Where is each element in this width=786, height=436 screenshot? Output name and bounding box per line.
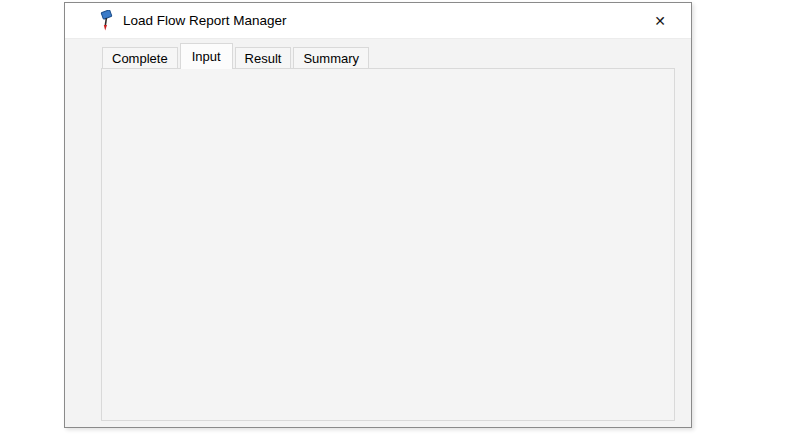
close-icon: ✕ [654, 13, 666, 29]
tab-summary[interactable]: Summary [293, 47, 369, 69]
close-button[interactable]: ✕ [647, 9, 673, 33]
tab-result[interactable]: Result [235, 47, 292, 69]
tab-strip: Complete Input Result Summary [102, 43, 371, 69]
tab-input[interactable]: Input [180, 43, 233, 69]
tab-input-label: Input [192, 49, 221, 64]
tab-page-input [101, 68, 675, 421]
tab-summary-label: Summary [303, 51, 359, 66]
app-pushpin-icon [99, 10, 114, 35]
tab-complete[interactable]: Complete [102, 47, 178, 69]
tab-result-label: Result [245, 51, 282, 66]
load-flow-report-manager-dialog: Load Flow Report Manager ✕ Complete Inpu… [64, 2, 692, 428]
title-bar: Load Flow Report Manager ✕ [65, 3, 691, 39]
window-title: Load Flow Report Manager [123, 13, 287, 28]
tab-complete-label: Complete [112, 51, 168, 66]
